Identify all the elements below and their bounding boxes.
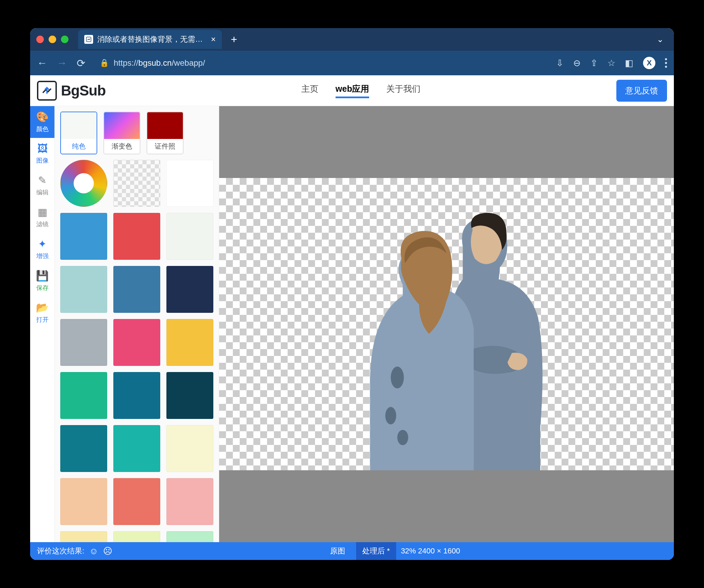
color-swatch[interactable] [113,213,160,260]
color-swatch[interactable] [113,319,160,366]
maximize-window-button[interactable] [61,36,68,43]
traffic-lights [36,36,68,43]
color-swatch[interactable] [166,319,213,366]
zoom-info: 32% 2400 × 1600 [401,547,460,555]
tab-id-photo[interactable]: 证件照 [147,112,184,154]
svg-point-3 [398,430,408,445]
view-original-tab[interactable]: 原图 [324,542,351,560]
app-nav: 主页 web应用 关于我们 [105,83,616,98]
nav-home[interactable]: 主页 [301,83,318,98]
menu-icon[interactable] [665,58,667,68]
swatch-transparent[interactable] [113,160,160,207]
zoom-out-icon[interactable]: ⊖ [573,58,581,68]
rate-sad-icon[interactable]: ☹ [103,546,112,557]
swatch-grid-colors [60,213,213,542]
browser-toolbar: ← → ⟳ 🔒 https://bgsub.cn/webapp/ ⇩ ⊖ ⇪ ☆… [30,51,674,75]
color-swatch[interactable] [113,372,160,419]
color-swatch[interactable] [166,531,213,542]
color-swatch[interactable] [60,319,107,366]
tool-color[interactable]: 🎨 颜色 [30,106,54,138]
subject-image [337,193,555,470]
folder-open-icon: 📂 [36,302,49,314]
svg-point-2 [386,407,397,424]
canvas-area [219,106,674,542]
palette-icon: 🎨 [36,111,49,123]
pencil-icon: ✎ [38,174,47,186]
color-type-tabs: 纯色 渐变色 证件照 [60,112,213,154]
tab-title: 消除或者替换图像背景，无需上传 [97,34,207,44]
status-bar: 评价这次结果: ☺ ☹ 原图 处理后 * 32% 2400 × 1600 [30,542,674,560]
svg-point-1 [391,367,404,388]
gradient-preview [104,112,140,139]
color-swatch[interactable] [60,213,107,260]
reload-button[interactable]: ⟳ [77,57,85,69]
swatch-grid [60,160,213,207]
browser-tab[interactable]: 消除或者替换图像背景，无需上传 × [78,30,222,49]
id-preview [147,112,183,139]
filter-icon: ▦ [38,206,47,218]
view-processed-tab[interactable]: 处理后 * [356,542,396,560]
tool-open[interactable]: 📂 打开 [30,297,54,329]
minimize-window-button[interactable] [49,36,56,43]
profile-avatar[interactable]: X [643,57,655,69]
tab-gradient-color[interactable]: 渐变色 [103,112,140,154]
nav-webapp[interactable]: web应用 [336,83,369,98]
close-tab-icon[interactable]: × [211,35,216,44]
download-icon[interactable]: ⇩ [556,58,564,68]
rate-label: 评价这次结果: [37,546,84,556]
back-button[interactable]: ← [37,57,47,69]
logo-icon [37,81,57,101]
save-icon: 💾 [36,270,49,282]
color-swatch[interactable] [113,266,160,313]
rate-happy-icon[interactable]: ☺ [89,546,98,557]
color-swatch[interactable] [113,531,160,542]
side-toolbar: 🎨 颜色 🖼 图像 ✎ 编辑 ▦ 滤镜 ✦ 增强 💾 保存 [30,106,55,542]
image-icon: 🖼 [37,143,48,154]
lock-icon: 🔒 [100,59,109,67]
share-icon[interactable]: ⇪ [590,58,598,68]
sparkle-icon: ✦ [38,238,47,250]
color-swatch[interactable] [166,372,213,419]
close-window-button[interactable] [36,36,44,43]
tool-edit[interactable]: ✎ 编辑 [30,169,54,201]
color-swatch[interactable] [166,478,213,525]
color-swatch[interactable] [166,266,213,313]
color-swatch[interactable] [60,478,107,525]
color-swatch[interactable] [166,213,213,260]
logo[interactable]: BgSub [37,81,105,101]
color-swatch[interactable] [60,372,107,419]
color-panel: 纯色 渐变色 证件照 [55,106,219,542]
logo-text: BgSub [61,82,105,99]
forward-button[interactable]: → [57,57,67,69]
titlebar: 消除或者替换图像背景，无需上传 × + ⌄ [30,28,674,51]
color-swatch[interactable] [60,531,107,542]
url-bar[interactable]: 🔒 https://bgsub.cn/webapp/ [95,58,546,68]
nav-about[interactable]: 关于我们 [386,83,420,98]
color-picker-wheel[interactable] [60,160,107,207]
new-tab-button[interactable]: + [225,33,243,46]
browser-window: 消除或者替换图像背景，无需上传 × + ⌄ ← → ⟳ 🔒 https://bg… [30,28,674,560]
tool-filter[interactable]: ▦ 滤镜 [30,201,54,233]
app-body: 🎨 颜色 🖼 图像 ✎ 编辑 ▦ 滤镜 ✦ 增强 💾 保存 [30,106,674,542]
bookmark-icon[interactable]: ☆ [607,58,615,68]
sidepanel-icon[interactable]: ◧ [625,58,633,68]
tab-solid-color[interactable]: 纯色 [60,112,97,154]
url-text: https://bgsub.cn/webapp/ [114,58,205,68]
solid-preview [61,112,97,139]
app-header: BgSub 主页 web应用 关于我们 意见反馈 [30,75,674,106]
color-swatch[interactable] [60,266,107,313]
color-swatch[interactable] [166,425,213,472]
swatch-white[interactable] [166,160,213,207]
feedback-button[interactable]: 意见反馈 [616,80,667,102]
tool-save[interactable]: 💾 保存 [30,265,54,297]
tool-image[interactable]: 🖼 图像 [30,138,54,169]
favicon-icon [84,35,93,44]
color-swatch[interactable] [113,425,160,472]
tool-enhance[interactable]: ✦ 增强 [30,233,54,265]
tabs-dropdown-icon[interactable]: ⌄ [653,35,668,44]
canvas-checker[interactable] [219,178,674,470]
color-swatch[interactable] [113,478,160,525]
color-swatch[interactable] [60,425,107,472]
